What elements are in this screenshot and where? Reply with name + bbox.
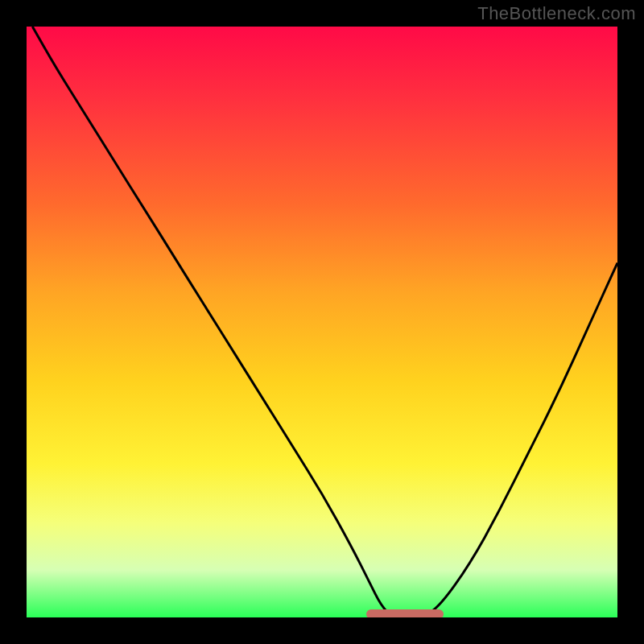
curve-path [32, 27, 617, 617]
plot-area [27, 27, 617, 617]
chart-frame: TheBottleneck.com [0, 0, 644, 644]
watermark-text: TheBottleneck.com [477, 3, 636, 24]
optimal-range-marker [366, 609, 444, 617]
bottleneck-curve [27, 27, 617, 617]
